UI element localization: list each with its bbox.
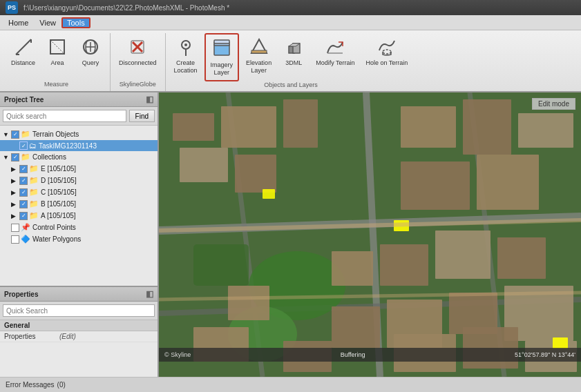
menu-tools[interactable]: Tools: [61, 17, 91, 28]
3dml-label: 3DML: [285, 59, 302, 67]
disconnected-icon: [126, 36, 149, 58]
checkbox[interactable]: ✓: [11, 153, 19, 161]
create-location-button[interactable]: CreateLocation: [170, 33, 202, 77]
imagery-layer-icon: [211, 38, 233, 60]
svg-line-4: [50, 40, 64, 54]
folder-icon: 📁: [29, 199, 39, 208]
folder-icon: 📁: [29, 164, 39, 173]
left-panel: Project Tree ◧ Find ▼ ✓ 📁 Terrain Object…: [0, 92, 159, 377]
imagery-layer-button[interactable]: ImageryLayer: [207, 35, 238, 79]
tree-item-label: Control Points: [32, 224, 76, 231]
svg-rect-28: [283, 99, 318, 148]
toolbar-group-measure: Distance Area: [3, 33, 111, 91]
tree-item-label: Terrain Objects: [32, 130, 79, 138]
area-icon: [46, 36, 68, 58]
project-tree-search-bar: Find: [0, 107, 158, 126]
list-item[interactable]: 📌 Control Points: [0, 222, 158, 233]
list-item[interactable]: ▼ ✓ 📁 Collections: [0, 151, 158, 163]
svg-point-19: [383, 50, 391, 54]
properties-row: Properties (Edit): [0, 331, 158, 342]
map-area[interactable]: Edit mode © Skyline Buffering 51°02'57.8…: [159, 92, 581, 377]
pin-icon[interactable]: ◧: [146, 289, 153, 299]
tree-item-label: C [105/105]: [41, 188, 77, 196]
list-item[interactable]: ▶ ✓ 📁 A [105/105]: [0, 210, 158, 222]
checkbox[interactable]: ✓: [19, 200, 28, 208]
item-icon: 🔷: [21, 235, 30, 244]
checkbox[interactable]: [11, 235, 19, 244]
menubar: Home View Tools: [0, 15, 581, 30]
disconnected-button[interactable]: Disconnected: [115, 33, 161, 70]
svg-rect-29: [180, 148, 228, 182]
distance-button[interactable]: Distance: [7, 33, 39, 70]
properties-panel: Properties ◧ General Properties (Edit): [0, 287, 158, 377]
error-count: (0): [57, 381, 66, 389]
checkbox[interactable]: [11, 224, 19, 232]
list-item[interactable]: ▶ ✓ 📁 D [105/105]: [0, 175, 158, 186]
hole-terrain-button[interactable]: Hole on Terrain: [362, 33, 412, 70]
item-icon: 📌: [21, 223, 30, 232]
modify-terrain-icon: [324, 36, 346, 58]
svg-rect-15: [251, 50, 267, 53]
menu-home[interactable]: Home: [3, 17, 34, 28]
list-item[interactable]: ▶ ✓ 📁 B [105/105]: [0, 198, 158, 210]
query-label: Query: [82, 59, 99, 67]
svg-rect-53: [394, 220, 409, 231]
pin-icon[interactable]: ◧: [146, 95, 153, 104]
query-icon: [79, 36, 102, 58]
expand-icon: ▶: [11, 166, 19, 173]
toolbar-group-skylineglobe: Disconnected SkylineGlobe: [111, 33, 166, 91]
svg-rect-31: [401, 106, 456, 148]
error-label: Error Messages: [6, 381, 55, 389]
checkbox[interactable]: ✓: [19, 177, 28, 185]
expand-icon: ▶: [11, 201, 19, 208]
properties-header: Properties ◧: [0, 287, 158, 302]
properties-search-input[interactable]: [3, 304, 155, 317]
coordinates: 51°02'57.89" N 13°44': [515, 351, 575, 358]
tree-item-label: E [105/105]: [41, 165, 76, 173]
svg-line-58: [159, 220, 581, 231]
expand-icon: ▼: [3, 131, 11, 138]
list-item[interactable]: ▶ ✓ 📁 E [105/105]: [0, 163, 158, 175]
list-item[interactable]: ✓ 🗂 TaskIMG12301143: [0, 140, 158, 151]
svg-line-22: [366, 92, 380, 377]
project-tree-title: Project Tree: [4, 96, 44, 104]
project-tree-find-button[interactable]: Find: [129, 110, 155, 122]
skylineglobe-group-label: SkylineGlobe: [120, 81, 156, 90]
svg-rect-32: [463, 99, 511, 155]
checkbox[interactable]: ✓: [11, 130, 19, 139]
checkbox[interactable]: ✓: [19, 212, 28, 220]
checkbox[interactable]: ✓: [19, 188, 28, 197]
tree-item-label: A [105/105]: [41, 212, 76, 219]
properties-title: Properties: [4, 291, 38, 298]
svg-rect-20: [159, 92, 581, 377]
tree-item-label: Collections: [32, 153, 66, 161]
menu-view[interactable]: View: [34, 17, 61, 28]
title-path: f:\Users\xiangyun\Documents\22\22.PhotoM…: [23, 4, 229, 12]
svg-line-59: [159, 293, 581, 300]
elevation-layer-button[interactable]: ElevationLayer: [242, 33, 276, 77]
list-item[interactable]: 🔷 Water Polygons: [0, 233, 158, 245]
list-item[interactable]: ▼ ✓ 📁 Terrain Objects: [0, 128, 158, 140]
svg-rect-34: [401, 161, 470, 210]
3dml-button[interactable]: 3DML: [278, 33, 309, 70]
buffering-status: Buffering: [341, 351, 365, 358]
list-item[interactable]: ▶ ✓ 📁 C [105/105]: [0, 186, 158, 198]
project-tree-search-input[interactable]: [3, 110, 126, 122]
svg-rect-26: [173, 113, 214, 141]
svg-point-36: [249, 251, 345, 320]
area-button[interactable]: Area: [42, 33, 73, 70]
query-button[interactable]: Query: [75, 33, 106, 70]
folder-icon: 📁: [29, 211, 39, 220]
svg-line-23: [159, 300, 581, 313]
task-icon: 🗂: [29, 141, 37, 150]
3dml-icon: [283, 36, 305, 58]
project-tree: Project Tree ◧ Find ▼ ✓ 📁 Terrain Object…: [0, 92, 158, 287]
checkbox[interactable]: ✓: [19, 141, 28, 150]
svg-rect-39: [332, 251, 373, 286]
modify-terrain-button[interactable]: Modify Terrain: [312, 33, 359, 70]
svg-rect-41: [435, 231, 490, 279]
expand-icon: ▼: [3, 154, 11, 161]
checkbox[interactable]: ✓: [19, 165, 28, 173]
tree-item-label: B [105/105]: [41, 200, 76, 208]
distance-icon: [12, 36, 35, 58]
